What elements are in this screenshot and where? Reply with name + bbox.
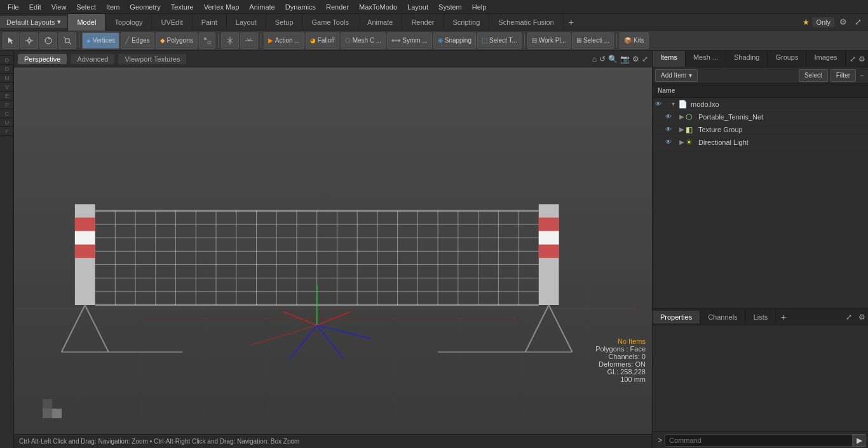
- left-panel-item-d1[interactable]: D: [0, 56, 14, 65]
- tool-mesh-c[interactable]: ⬡ Mesh C ...: [341, 32, 386, 49]
- tool-snapping[interactable]: ⊕ Snapping: [433, 32, 476, 49]
- tool-edges[interactable]: ╱ Edges: [121, 32, 154, 49]
- viewport-canvas[interactable]: No Items Polygons : Face Channels: 0 Def…: [14, 67, 652, 434]
- tool-sym1[interactable]: [221, 32, 239, 49]
- menu-vertex-map[interactable]: Vertex Map: [199, 2, 245, 12]
- right-tab-mesh[interactable]: Mesh ...: [686, 51, 726, 67]
- menu-dynamics[interactable]: Dynamics: [280, 2, 321, 12]
- props-settings-icon[interactable]: ⚙: [856, 313, 868, 322]
- layout-add-button[interactable]: +: [564, 15, 579, 29]
- vp-home-icon[interactable]: ⌂: [592, 55, 597, 64]
- menu-system[interactable]: System: [433, 2, 467, 12]
- tab-model[interactable]: Model: [68, 14, 105, 31]
- expand-icon-2[interactable]: ▶: [679, 126, 686, 133]
- settings-icon[interactable]: ⚙: [837, 17, 850, 27]
- tab-schematic-fusion[interactable]: Schematic Fusion: [489, 14, 563, 31]
- tool-action[interactable]: ▶ Action ...: [264, 32, 304, 49]
- tree-item-tennis-net[interactable]: 👁 ▶ ⬡ Portable_Tennis_Net: [653, 111, 868, 123]
- tool-transform[interactable]: [20, 32, 38, 49]
- menu-edit[interactable]: Edit: [24, 2, 46, 12]
- menu-maxtomodo[interactable]: MaxToModo: [354, 2, 402, 12]
- menu-render[interactable]: Render: [321, 2, 354, 12]
- menu-view[interactable]: View: [46, 2, 72, 12]
- tool-vertices[interactable]: ● Vertices: [82, 32, 119, 49]
- left-panel-item-v[interactable]: V: [0, 83, 14, 92]
- tool-select-mode[interactable]: [199, 32, 215, 49]
- tree-item-directional-light[interactable]: 👁 ▶ ☀ Directional Light: [653, 136, 868, 149]
- left-panel-item-m[interactable]: M: [0, 74, 14, 83]
- menu-geometry[interactable]: Geometry: [125, 2, 165, 12]
- vp-camera-icon[interactable]: 📷: [620, 55, 630, 64]
- tab-topology[interactable]: Topology: [105, 14, 152, 31]
- tool-scale[interactable]: [58, 32, 76, 49]
- vp-zoom-icon[interactable]: 🔍: [608, 55, 618, 64]
- tab-game-tools[interactable]: Game Tools: [303, 14, 359, 31]
- tool-select-cursor[interactable]: [3, 32, 19, 49]
- right-panel-settings-icon[interactable]: ⚙: [858, 55, 865, 64]
- expand-icon-3[interactable]: ▶: [679, 139, 686, 146]
- tool-falloff[interactable]: ◕ Falloff: [306, 32, 339, 49]
- right-tab-shading[interactable]: Shading: [726, 51, 768, 67]
- menu-file[interactable]: File: [3, 2, 24, 12]
- scene-3d[interactable]: No Items Polygons : Face Channels: 0 Def…: [14, 67, 652, 434]
- tab-uvedit[interactable]: UVEdit: [152, 14, 192, 31]
- layout-default-dropdown[interactable]: Default Layouts ▾: [0, 16, 68, 28]
- left-panel-item-u[interactable]: U: [0, 118, 14, 127]
- vp-maximize-icon[interactable]: ⤢: [642, 55, 648, 64]
- left-panel-item-c[interactable]: C: [0, 109, 14, 118]
- visibility-icon-2[interactable]: 👁: [665, 126, 675, 133]
- menu-animate[interactable]: Animate: [244, 2, 280, 12]
- vp-settings-icon[interactable]: ⚙: [632, 55, 639, 64]
- left-panel-item-f[interactable]: F: [0, 127, 14, 136]
- menu-texture[interactable]: Texture: [166, 2, 199, 12]
- tab-animate[interactable]: Animate: [358, 14, 402, 31]
- visibility-icon-3[interactable]: 👁: [665, 139, 675, 146]
- props-tab-lists[interactable]: Lists: [746, 311, 776, 323]
- props-tab-add-button[interactable]: +: [776, 309, 791, 325]
- right-panel-expand-icon[interactable]: ⤢: [850, 55, 856, 64]
- tab-render[interactable]: Render: [402, 14, 444, 31]
- visibility-icon-1[interactable]: 👁: [665, 113, 675, 120]
- tool-polygons[interactable]: ◆ Polygons: [156, 32, 198, 49]
- right-select-button[interactable]: Select: [799, 69, 828, 82]
- left-panel-item-d2[interactable]: D: [0, 65, 14, 74]
- tool-selecti[interactable]: ⊞ Selecti ...: [572, 32, 614, 49]
- vp-tab-perspective[interactable]: Perspective: [18, 54, 67, 64]
- props-expand-button[interactable]: ⤢: [842, 313, 856, 322]
- right-minus-icon[interactable]: −: [858, 70, 865, 81]
- vp-tab-viewport-textures[interactable]: Viewport Textures: [118, 54, 186, 64]
- command-run-button[interactable]: ▶: [853, 434, 865, 447]
- tool-rotate[interactable]: [39, 32, 57, 49]
- vp-rotate-icon[interactable]: ↺: [599, 55, 606, 64]
- right-tab-images[interactable]: Images: [806, 51, 845, 67]
- expand-icon[interactable]: ⤢: [852, 17, 864, 27]
- right-filter-button[interactable]: Filter: [831, 69, 856, 82]
- left-panel-item-p[interactable]: P: [0, 100, 14, 109]
- expand-icon-0[interactable]: ▾: [672, 100, 678, 107]
- right-add-item-button[interactable]: Add Item ▾: [655, 69, 698, 82]
- props-tab-properties[interactable]: Properties: [653, 311, 700, 323]
- tab-setup[interactable]: Setup: [266, 14, 303, 31]
- command-input[interactable]: [665, 434, 853, 447]
- tree-item-modo-lxo[interactable]: 👁 ▾ 📄 modo.lxo: [653, 98, 868, 111]
- menu-help[interactable]: Help: [467, 2, 492, 12]
- tool-select-t[interactable]: ⬚ Select T...: [477, 32, 522, 49]
- tree-item-texture-group[interactable]: 👁 ▶ ◧ Texture Group: [653, 123, 868, 136]
- items-tree[interactable]: 👁 ▾ 📄 modo.lxo 👁 ▶ ⬡ Portable_Tennis_Net…: [653, 98, 868, 308]
- menu-item[interactable]: Item: [101, 2, 125, 12]
- right-tab-groups[interactable]: Groups: [768, 51, 806, 67]
- tool-symm[interactable]: ⟺ Symm ...: [387, 32, 431, 49]
- menu-layout[interactable]: Layout: [402, 2, 433, 12]
- props-tab-channels[interactable]: Channels: [700, 311, 745, 323]
- tab-layout[interactable]: Layout: [227, 14, 266, 31]
- tool-work-plane[interactable]: ⊟ Work Pl...: [527, 32, 571, 49]
- left-panel-item-e[interactable]: E: [0, 92, 14, 100]
- vp-tab-advanced[interactable]: Advanced: [71, 54, 114, 64]
- tool-sym2[interactable]: [240, 32, 258, 49]
- visibility-icon-0[interactable]: 👁: [655, 100, 665, 107]
- tool-kits[interactable]: 📦 Kits: [620, 32, 649, 49]
- tab-paint[interactable]: Paint: [193, 14, 227, 31]
- tab-scripting[interactable]: Scripting: [444, 14, 490, 31]
- menu-select[interactable]: Select: [71, 2, 101, 12]
- right-tab-items[interactable]: Items: [653, 51, 686, 67]
